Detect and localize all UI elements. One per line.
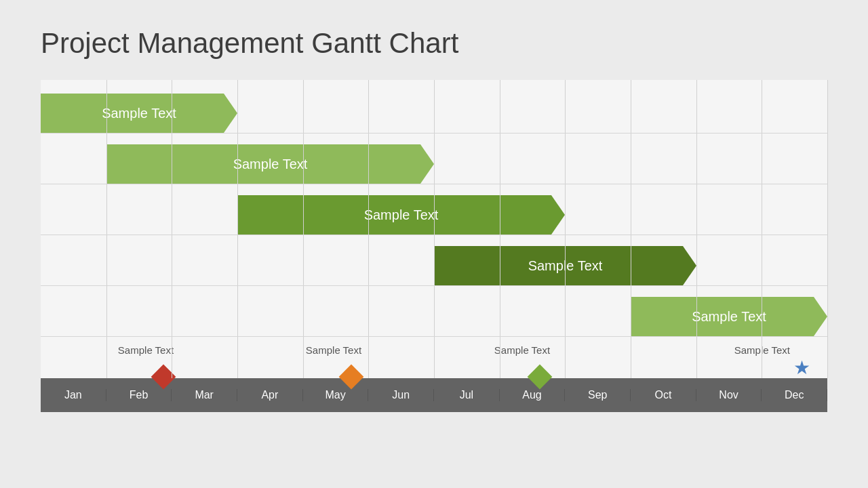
slide: Project Management Gantt Chart Sample Te… xyxy=(0,0,868,488)
month-jun: Jun xyxy=(368,389,434,401)
month-mar: Mar xyxy=(172,389,237,401)
chart-title: Project Management Gantt Chart xyxy=(41,27,827,60)
month-feb: Feb xyxy=(106,389,172,401)
milestone-label-2: Sample Text xyxy=(306,344,361,356)
bars-area: Sample Text Sample Text Sample Text Samp… xyxy=(41,80,827,378)
gantt-bar-1: Sample Text xyxy=(41,94,237,133)
gantt-bar-5: Sample Text xyxy=(631,297,827,336)
chart-area: Sample Text Sample Text Sample Text Samp… xyxy=(41,80,827,412)
gantt-bar-2: Sample Text xyxy=(106,144,434,184)
month-dec: Dec xyxy=(762,389,827,401)
star-marker: ★ xyxy=(793,357,810,379)
month-jul: Jul xyxy=(434,389,500,401)
month-aug: Aug xyxy=(500,389,566,401)
month-sep: Sep xyxy=(565,389,631,401)
month-apr: Apr xyxy=(237,389,303,401)
month-nov: Nov xyxy=(696,389,762,401)
milestone-label-1: Sample Text xyxy=(118,344,174,356)
gantt-bar-3: Sample Text xyxy=(237,195,565,235)
month-jan: Jan xyxy=(41,389,106,401)
month-may: May xyxy=(303,389,369,401)
milestone-label-3: Sample Text xyxy=(494,344,550,356)
month-oct: Oct xyxy=(631,389,696,401)
